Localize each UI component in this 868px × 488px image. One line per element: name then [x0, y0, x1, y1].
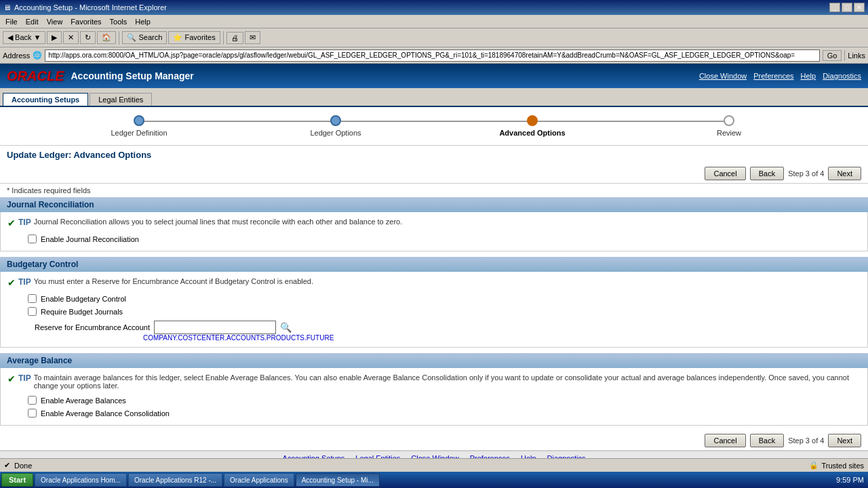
- taskbar-item-1-label: Oracle Applications Hom...: [41, 476, 121, 484]
- require-budget-journals-row: Require Budget Journals: [7, 305, 861, 318]
- main-content: Ledger Definition Ledger Options Advance…: [0, 107, 868, 477]
- oracle-logo: ORACLE: [7, 68, 64, 84]
- top-back-button[interactable]: Back: [750, 167, 784, 180]
- page-title: Update Ledger: Advanced Options: [0, 146, 868, 164]
- status-bar: ✔ Done 🔒 Trusted sites: [0, 458, 868, 472]
- step-circle-4: [724, 115, 734, 126]
- menu-edit[interactable]: Edit: [22, 16, 43, 27]
- tip-label-1: TIP: [18, 218, 31, 227]
- taskbar-item-1[interactable]: Oracle Applications Hom...: [35, 473, 127, 487]
- print-button[interactable]: 🖨: [226, 32, 243, 44]
- bottom-back-button[interactable]: Back: [750, 434, 784, 447]
- tip-check-icon-1: ✔: [7, 218, 16, 228]
- restore-button[interactable]: □: [842, 3, 852, 12]
- step-review: Review: [631, 115, 827, 137]
- favorites-toolbar-button[interactable]: ⭐ Favorites: [168, 31, 220, 44]
- step-circle-3: [527, 115, 538, 126]
- minimize-button[interactable]: _: [829, 3, 840, 12]
- address-input[interactable]: [45, 49, 819, 62]
- home-button[interactable]: 🏠: [97, 31, 116, 44]
- step-circle-2: [330, 115, 341, 126]
- enable-budgetary-control-label: Enable Budgetary Control: [41, 295, 126, 303]
- tip-text-1: Journal Reconciliation allows you to sel…: [34, 218, 403, 226]
- progress-bar: Ledger Definition Ledger Options Advance…: [0, 107, 868, 146]
- preferences-link[interactable]: Preferences: [753, 72, 793, 80]
- menu-tools[interactable]: Tools: [106, 16, 132, 27]
- links-separator: [844, 50, 845, 61]
- enable-journal-reconciliation-checkbox[interactable]: [28, 235, 37, 243]
- trusted-zone-icon: 🔒: [809, 461, 818, 470]
- forward-button[interactable]: ▶: [47, 31, 62, 44]
- tip-check-icon-3: ✔: [7, 373, 16, 384]
- encumbrance-account-label: Reserve for Encumbrance Account: [28, 323, 150, 331]
- address-icon: 🌐: [33, 51, 42, 60]
- stop-button[interactable]: ✕: [63, 31, 79, 44]
- bottom-step-indicator: Step 3 of 4: [788, 436, 824, 445]
- required-note: * Indicates required fields: [0, 184, 868, 197]
- average-balance-section: Average Balance ✔ TIP To maintain averag…: [0, 353, 868, 426]
- oracle-header: ORACLE Accounting Setup Manager Close Wi…: [0, 64, 868, 88]
- menu-view[interactable]: View: [43, 16, 67, 27]
- close-window-link[interactable]: Close Window: [699, 72, 747, 80]
- status-icon: ✔: [4, 461, 10, 470]
- budgetary-control-content: ✔ TIP You must enter a Reserve for Encum…: [0, 272, 868, 348]
- address-bar: Address 🌐 Go Links: [0, 47, 868, 64]
- tab-accounting-setups[interactable]: Accounting Setups: [3, 93, 88, 106]
- header-title: Accounting Setup Manager: [71, 70, 193, 81]
- top-step-indicator: Step 3 of 4: [788, 169, 824, 178]
- go-button[interactable]: Go: [823, 50, 842, 61]
- help-link[interactable]: Help: [801, 72, 816, 80]
- bottom-cancel-button[interactable]: Cancel: [705, 434, 745, 447]
- require-budget-journals-label: Require Budget Journals: [41, 308, 123, 316]
- taskbar-item-3[interactable]: Oracle Applications: [224, 473, 294, 487]
- status-text: Done: [14, 462, 32, 470]
- budgetary-control-tip: ✔ TIP You must enter a Reserve for Encum…: [7, 277, 861, 288]
- menu-file[interactable]: File: [1, 16, 22, 27]
- average-balance-content: ✔ TIP To maintain average balances for t…: [0, 368, 868, 426]
- header-links: Close Window Preferences Help Diagnostic…: [699, 72, 861, 80]
- app-icon: 🖥: [3, 3, 11, 12]
- tip-check-icon-2: ✔: [7, 277, 16, 288]
- refresh-button[interactable]: ↻: [80, 31, 96, 44]
- step-ledger-options: Ledger Options: [237, 115, 434, 137]
- bottom-next-button[interactable]: Next: [828, 434, 861, 447]
- budgetary-control-section: Budgetary Control ✔ TIP You must enter a…: [0, 257, 868, 348]
- tab-legal-entities[interactable]: Legal Entities: [90, 93, 152, 106]
- average-balance-header: Average Balance: [0, 353, 868, 368]
- mail-button[interactable]: ✉: [245, 31, 260, 44]
- taskbar-item-3-label: Oracle Applications: [230, 476, 288, 484]
- enable-average-balance-consolidation-checkbox[interactable]: [28, 409, 37, 418]
- start-button[interactable]: Start: [1, 473, 33, 487]
- taskbar-item-4-label: Accounting Setup - Mi...: [302, 476, 374, 484]
- tabs: Accounting Setups Legal Entities: [0, 88, 868, 107]
- enable-average-balances-checkbox[interactable]: [28, 396, 37, 405]
- window-title: Accounting Setup - Microsoft Internet Ex…: [14, 3, 167, 12]
- journal-reconciliation-content: ✔ TIP Journal Reconciliation allows you …: [0, 212, 868, 251]
- require-budget-journals-checkbox[interactable]: [28, 307, 37, 316]
- separator2: [223, 31, 224, 45]
- search-toolbar-button[interactable]: 🔍 Search: [122, 31, 167, 44]
- top-cancel-button[interactable]: Cancel: [705, 167, 745, 180]
- enable-budgetary-control-checkbox[interactable]: [28, 294, 37, 303]
- average-balance-tip: ✔ TIP To maintain average balances for t…: [7, 373, 861, 390]
- taskbar: Start Oracle Applications Hom... Oracle …: [0, 472, 868, 488]
- tip-label-2: TIP: [18, 277, 31, 287]
- top-next-button[interactable]: Next: [828, 167, 861, 180]
- menu-help[interactable]: Help: [131, 16, 155, 27]
- enable-journal-reconciliation-label: Enable Journal Reconciliation: [41, 235, 139, 243]
- links-button[interactable]: Links: [848, 52, 865, 60]
- taskbar-item-4[interactable]: Accounting Setup - Mi...: [296, 473, 380, 487]
- enable-average-balances-row: Enable Average Balances: [7, 394, 861, 407]
- step-circle-1: [134, 115, 144, 126]
- taskbar-item-2[interactable]: Oracle Applications R12 -...: [128, 473, 222, 487]
- step-label-4: Review: [717, 129, 741, 137]
- address-label: Address: [3, 52, 30, 60]
- menu-favorites[interactable]: Favorites: [66, 16, 105, 27]
- tip-text-2: You must enter a Reserve for Encumbrance…: [34, 277, 313, 285]
- encumbrance-search-icon[interactable]: 🔍: [280, 322, 292, 333]
- diagnostics-link[interactable]: Diagnostics: [823, 72, 861, 80]
- back-button[interactable]: ◀ Back ▼: [3, 31, 45, 44]
- encumbrance-account-input[interactable]: [154, 321, 276, 334]
- close-button[interactable]: ✕: [854, 3, 865, 12]
- step-ledger-definition: Ledger Definition: [41, 115, 237, 137]
